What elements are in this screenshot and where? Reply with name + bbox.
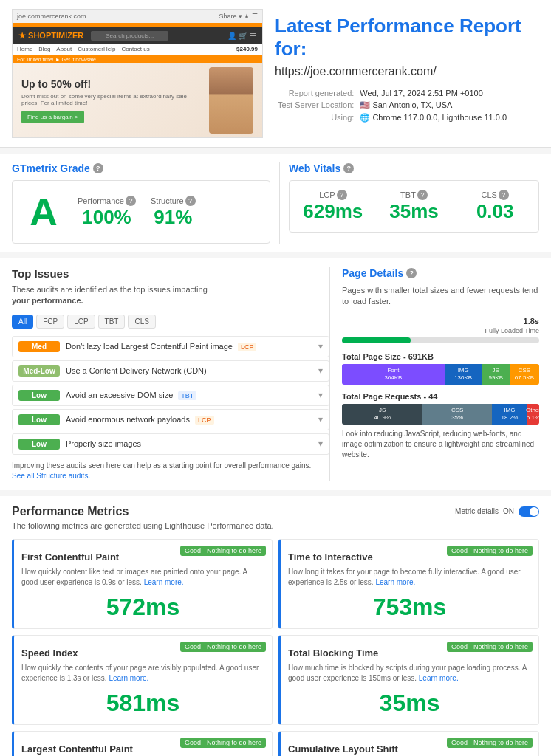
nav-support: CustomerHelp [78, 46, 115, 52]
preview-promo-bar: For limited time! ► Get it now/sale [13, 55, 262, 63]
fcp-value: 572ms [21, 594, 264, 621]
structure-value: 91% [151, 206, 196, 229]
issue-badge-med: Med [18, 341, 60, 352]
lcp-vital: LCP ? 629ms [298, 190, 368, 223]
perf-desc: The following metrics are generated usin… [12, 521, 539, 530]
page-details-desc: Pages with smaller total sizes and fewer… [342, 285, 539, 308]
tbt-info-icon[interactable]: ? [417, 190, 428, 200]
issue-chevron-5: ▾ [318, 439, 323, 449]
filter-all[interactable]: All [12, 315, 33, 329]
issue-chevron-3: ▾ [318, 390, 323, 400]
issue-badge-low-1: Low [18, 390, 60, 401]
tti-learn-more[interactable]: Learn more. [375, 578, 415, 586]
main-content: Top Issues These audits are identified a… [0, 258, 551, 490]
page-size-bar: Font 364KB IMG 130KB JS 99KB CSS 67.5KB [342, 364, 539, 385]
metric-card-tti: Good - Nothing to do here Time to Intera… [278, 539, 539, 629]
cls-value: 0.03 [460, 200, 530, 223]
filter-tabs: All FCP LCP TBT CLS [12, 315, 329, 329]
chrome-icon: 🌐 [360, 113, 370, 122]
server-value: 🇺🇸 San Antonio, TX, USA [357, 99, 510, 111]
loaded-time-container: 1.8s Fully Loaded Time [342, 317, 539, 343]
generated-value: Wed, Jul 17, 2024 2:51 PM +0100 [357, 87, 510, 99]
vitals-row: LCP ? 629ms TBT ? 35ms CLS ? [298, 190, 530, 223]
grade-metrics: Performance ? 100% Structure ? 91% [78, 196, 196, 229]
flag-icon: 🇺🇸 [360, 100, 370, 109]
web-vitals-section: Web Vitals ? LCP ? 629ms TBT ? 35ms [289, 162, 539, 244]
preview-banner-sub: Don't miss out on some very special item… [21, 93, 200, 106]
seg-js: JS 99KB [482, 364, 510, 385]
preview-nav-bar: ★ SHOPTIMIZER Search products... 👤 🛒 ☰ [13, 27, 262, 44]
grade-letter: A [21, 190, 66, 234]
see-all-audits-link[interactable]: See all Structure audits. [12, 472, 90, 480]
lcp-value: 629ms [298, 200, 368, 223]
issue-badge-low-2: Low [18, 414, 60, 425]
filter-fcp[interactable]: FCP [36, 315, 64, 329]
page-details-info-icon[interactable]: ? [406, 268, 417, 278]
generated-label: Report generated: [275, 87, 357, 99]
preview-banner-btn[interactable]: Find us a bargain > [21, 111, 84, 123]
page-size-label: Total Page Size - 691KB [342, 352, 539, 361]
si-desc: How quickly the contents of your page ar… [21, 663, 264, 684]
toggle-switch[interactable] [519, 506, 539, 517]
preview-person-image [209, 67, 253, 134]
using-value: 🌐 Chrome 117.0.0.0, Lighthouse 11.0.0 [357, 111, 510, 124]
preview-top-bar: joe.commercerank.com Share ▾ ★ ☰ [13, 10, 262, 23]
tbt-vital: TBT ? 35ms [380, 190, 449, 223]
issue-item-4[interactable]: Low Avoid enormous network payloads LCP … [12, 409, 329, 430]
preview-banner-title: Up to 50% off! [21, 78, 200, 90]
vitals-box: LCP ? 629ms TBT ? 35ms CLS ? [289, 180, 539, 233]
fcp-learn-more[interactable]: Learn more. [144, 578, 184, 586]
tbt-value: 35ms [288, 690, 531, 717]
page-requests-bar: JS 40.9% CSS 35% IMG 18.2% Other 5.1% [342, 404, 539, 425]
issue-item-5[interactable]: Low Properly size images ▾ [12, 433, 329, 455]
page-details-section: Page Details ? Pages with smaller total … [329, 267, 539, 481]
struct-info-icon[interactable]: ? [185, 196, 196, 206]
filter-tbt[interactable]: TBT [98, 315, 126, 329]
page-size-stat: Total Page Size - 691KB Font 364KB IMG 1… [342, 352, 539, 385]
req-seg-js: JS 40.9% [342, 404, 422, 425]
issue-text-4: Avoid enormous network payloads LCP [66, 415, 312, 424]
si-value: 581ms [21, 690, 264, 717]
vitals-info-icon[interactable]: ? [343, 163, 354, 173]
top-issues-title: Top Issues [12, 267, 329, 280]
si-learn-more[interactable]: Learn more. [109, 674, 148, 682]
promo-text: For limited time! ► Get it now/sale [17, 57, 96, 62]
server-label: Test Server Location: [275, 99, 357, 111]
lcp-info-icon[interactable]: ? [337, 190, 347, 200]
preview-logo: ★ SHOPTIMIZER [18, 31, 83, 41]
issue-item-2[interactable]: Med-Low Use a Content Delivery Network (… [12, 360, 329, 382]
filter-cls[interactable]: CLS [128, 315, 155, 329]
toggle-state: ON [503, 507, 514, 515]
tbt-learn-more[interactable]: Learn more. [419, 674, 459, 682]
page-details-title: Page Details ? [342, 267, 539, 279]
tti-value: 753ms [288, 594, 531, 621]
issue-item-1[interactable]: Med Don't lazy load Largest Contentful P… [12, 336, 329, 357]
preview-nav-icons: 👤 🛒 ☰ [227, 32, 256, 40]
perf-info-icon[interactable]: ? [126, 196, 136, 206]
page-requests-stat: Total Page Requests - 44 JS 40.9% CSS 35… [342, 392, 539, 460]
metric-card-fcp: Good - Nothing to do here First Contentf… [12, 539, 273, 629]
perf-title: Performance Metrics [12, 505, 129, 518]
metrics-grid: Good - Nothing to do here First Contentf… [12, 539, 539, 756]
issue-text-5: Properly size images [66, 439, 312, 448]
cls-good-badge: Good - Nothing to do here [447, 738, 533, 748]
preview-banner-content: Up to 50% off! Don't miss out on some ve… [21, 78, 200, 123]
grades-section: GTmetrix Grade ? A Performance ? 100% St… [0, 154, 551, 252]
tti-desc: How long it takes for your page to becom… [288, 567, 531, 588]
nav-blog: Blog [38, 46, 50, 52]
metric-toggle-container: Metric details ON [455, 506, 539, 517]
si-good-badge: Good - Nothing to do here [180, 642, 266, 652]
issue-item-3[interactable]: Low Avoid an excessive DOM size TBT ▾ [12, 385, 329, 406]
preview-actions: Share ▾ ★ ☰ [219, 13, 258, 20]
time-bar [342, 337, 539, 343]
cls-info-icon[interactable]: ? [499, 190, 509, 200]
filter-lcp[interactable]: LCP [67, 315, 95, 329]
issue-chevron-1: ▾ [318, 341, 323, 351]
issue-text-1: Don't lazy load Largest Contentful Paint… [66, 342, 312, 351]
perf-header: Performance Metrics Metric details ON [12, 505, 539, 518]
nav-contact: Contact us [121, 46, 149, 52]
gtmetrix-info-icon[interactable]: ? [93, 163, 103, 173]
top-issues-section: Top Issues These audits are identified a… [12, 267, 329, 481]
loaded-time-value: 1.8s [342, 317, 539, 326]
using-label: Using: [275, 111, 357, 124]
